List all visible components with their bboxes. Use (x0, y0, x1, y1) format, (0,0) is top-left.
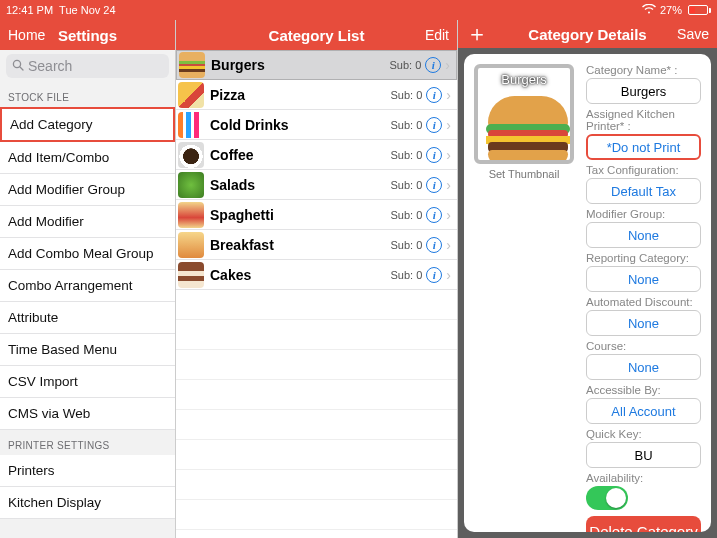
tax-select[interactable]: Default Tax (586, 178, 701, 204)
category-subcount: Sub: 0 (391, 89, 423, 101)
availability-toggle[interactable] (586, 486, 628, 510)
chevron-right-icon: › (446, 267, 451, 283)
modifier-select[interactable]: None (586, 222, 701, 248)
search-placeholder: Search (28, 58, 72, 74)
category-subcount: Sub: 0 (391, 179, 423, 191)
category-details-header: ＋ Category Details Save (458, 20, 717, 48)
printer-label: Assigned Kitchen Printer* : (586, 108, 701, 132)
category-list-title: Category List (269, 27, 365, 44)
sidebar-item[interactable]: Attribute (0, 302, 175, 334)
category-subcount: Sub: 0 (391, 149, 423, 161)
sidebar-item[interactable]: Combo Arrangement (0, 270, 175, 302)
settings-header: Home Settings (0, 20, 175, 50)
info-icon[interactable]: i (426, 117, 442, 133)
accessible-label: Accessible By: (586, 384, 701, 396)
category-name: Coffee (210, 147, 391, 163)
autodiscount-select[interactable]: None (586, 310, 701, 336)
info-icon[interactable]: i (425, 57, 441, 73)
category-subcount: Sub: 0 (391, 269, 423, 281)
status-date: Tue Nov 24 (59, 4, 115, 16)
sidebar-item[interactable]: Add Combo Meal Group (0, 238, 175, 270)
quickkey-label: Quick Key: (586, 428, 701, 440)
chevron-right-icon: › (446, 237, 451, 253)
delete-category-button[interactable]: Delete Category (586, 516, 701, 532)
category-subcount: Sub: 0 (391, 239, 423, 251)
printer-select[interactable]: *Do not Print (586, 134, 701, 160)
category-row[interactable]: SaladsSub: 0i› (176, 170, 457, 200)
autodiscount-label: Automated Discount: (586, 296, 701, 308)
home-button[interactable]: Home (8, 27, 45, 43)
category-name: Cakes (210, 267, 391, 283)
category-name-field[interactable]: Burgers (586, 78, 701, 104)
category-thumb-icon (178, 202, 204, 228)
category-name: Breakfast (210, 237, 391, 253)
category-row[interactable]: CakesSub: 0i› (176, 260, 457, 290)
chevron-right-icon: › (446, 207, 451, 223)
category-details-title: Category Details (528, 26, 646, 43)
sidebar-item[interactable]: Add Modifier Group (0, 174, 175, 206)
wifi-icon (642, 4, 656, 16)
sidebar-item[interactable]: CSV Import (0, 366, 175, 398)
category-thumb-icon (178, 262, 204, 288)
save-button[interactable]: Save (677, 26, 709, 42)
quickkey-field[interactable]: BU (586, 442, 701, 468)
sidebar-item[interactable]: Printers (0, 455, 175, 487)
category-row[interactable]: Cold DrinksSub: 0i› (176, 110, 457, 140)
section-printer-settings: PRINTER SETTINGS (0, 430, 175, 455)
category-thumb-icon (179, 52, 205, 78)
info-icon[interactable]: i (426, 177, 442, 193)
chevron-right-icon: › (446, 87, 451, 103)
modifier-label: Modifier Group: (586, 208, 701, 220)
category-name: Cold Drinks (210, 117, 391, 133)
category-name: Spaghetti (210, 207, 391, 223)
edit-button[interactable]: Edit (425, 27, 449, 43)
category-name-label: Category Name* : (586, 64, 701, 76)
category-thumb-icon (178, 172, 204, 198)
info-icon[interactable]: i (426, 267, 442, 283)
svg-point-0 (13, 60, 20, 67)
add-button[interactable]: ＋ (466, 25, 488, 43)
sidebar-item[interactable]: Kitchen Display (0, 487, 175, 519)
category-thumbnail[interactable]: Burgers (474, 64, 574, 164)
category-row[interactable]: CoffeeSub: 0i› (176, 140, 457, 170)
availability-label: Availability: (586, 472, 701, 484)
category-subcount: Sub: 0 (390, 59, 422, 71)
thumbnail-label: Burgers (478, 72, 570, 87)
battery-icon (686, 5, 711, 15)
course-select[interactable]: None (586, 354, 701, 380)
reporting-select[interactable]: None (586, 266, 701, 292)
search-input[interactable]: Search (6, 54, 169, 78)
search-icon (12, 59, 24, 74)
category-thumb-icon (178, 82, 204, 108)
category-thumb-icon (178, 142, 204, 168)
sidebar-item[interactable]: Add Modifier (0, 206, 175, 238)
tax-label: Tax Configuration: (586, 164, 701, 176)
course-label: Course: (586, 340, 701, 352)
sidebar-item[interactable]: CMS via Web (0, 398, 175, 430)
info-icon[interactable]: i (426, 237, 442, 253)
category-name: Burgers (211, 57, 390, 73)
info-icon[interactable]: i (426, 87, 442, 103)
sidebar-item[interactable]: Add Category (0, 107, 175, 142)
status-time: 12:41 PM (6, 4, 53, 16)
category-row[interactable]: BurgersSub: 0i› (176, 50, 457, 80)
accessible-select[interactable]: All Account (586, 398, 701, 424)
sidebar-item[interactable]: Add Item/Combo (0, 142, 175, 174)
category-row[interactable]: PizzaSub: 0i› (176, 80, 457, 110)
category-list-header: Category List Edit (176, 20, 457, 50)
category-name: Salads (210, 177, 391, 193)
chevron-right-icon: › (446, 177, 451, 193)
sidebar-item[interactable]: Time Based Menu (0, 334, 175, 366)
section-stock-file: STOCK FILE (0, 82, 175, 107)
settings-title: Settings (58, 27, 117, 44)
info-icon[interactable]: i (426, 207, 442, 223)
set-thumbnail-button[interactable]: Set Thumbnail (474, 168, 574, 180)
category-row[interactable]: SpaghettiSub: 0i› (176, 200, 457, 230)
status-bar: 12:41 PM Tue Nov 24 27% (0, 0, 717, 20)
category-subcount: Sub: 0 (391, 119, 423, 131)
category-list-panel: Category List Edit BurgersSub: 0i›PizzaS… (176, 20, 458, 538)
category-row[interactable]: BreakfastSub: 0i› (176, 230, 457, 260)
chevron-right-icon: › (446, 117, 451, 133)
reporting-label: Reporting Category: (586, 252, 701, 264)
info-icon[interactable]: i (426, 147, 442, 163)
